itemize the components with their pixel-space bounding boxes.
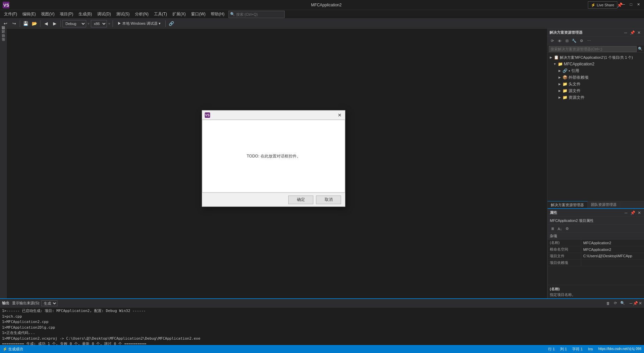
- properties-description: (名称) 指定项目名称。: [548, 285, 644, 298]
- build-status: ⚡ 生成成功: [3, 347, 23, 352]
- prop-desc-name: (名称): [550, 287, 642, 292]
- solution-explorer-toolbar: ⟳ 👁 ⊟ 🔧 ⚙ ⋯: [547, 37, 644, 45]
- search-solution-input[interactable]: [549, 46, 637, 52]
- menu-item-tools[interactable]: 工具(T): [151, 10, 170, 19]
- output-source-select: 显示输出来源(S): 生成 调试: [12, 300, 57, 306]
- properties-pin-button[interactable]: 📌: [630, 210, 636, 216]
- panel-pin-btn[interactable]: 📌: [633, 301, 638, 306]
- live-share-button[interactable]: ⚡ Live Share: [588, 1, 617, 9]
- modal-close-button[interactable]: ✕: [336, 112, 343, 118]
- title-bar: VS MFCApplication2 ⚡ Live Share 📌 ─ □ ✕: [0, 0, 644, 10]
- run-button[interactable]: ▶ 本地 Windows 调试器 ▾: [115, 20, 164, 27]
- prop-row-projfile[interactable]: 项目文件 C:\Users\赵\Desktop\MFCApp: [548, 253, 644, 260]
- panel-pin-button[interactable]: 📌: [629, 30, 635, 36]
- search-solution-box[interactable]: 🔍: [547, 45, 644, 53]
- source-files-icon: 📁: [562, 88, 568, 93]
- tree-solution-root[interactable]: ▶ 📋 解决方案'MFCApplication2'(1 个项目/共 1 个): [547, 54, 644, 61]
- save-button[interactable]: 💾: [22, 20, 30, 28]
- search-input[interactable]: [236, 12, 283, 16]
- prop-settings-btn[interactable]: ⚙: [564, 226, 571, 232]
- menu-item-build[interactable]: 生成(B): [76, 10, 95, 19]
- tab-team-explorer[interactable]: 团队资源管理器: [588, 201, 620, 208]
- dialog-ok-button[interactable]: 确定: [288, 196, 313, 204]
- nav-forward-button[interactable]: ▶: [51, 20, 59, 28]
- panel-close-button[interactable]: ✕: [636, 30, 642, 36]
- filter-btn[interactable]: ⚙: [578, 38, 585, 44]
- undo-button[interactable]: ↩: [1, 20, 9, 28]
- menu-bar: 文件(F) 编辑(E) 视图(V) 项目(P) 生成(B) 调试(D) 测试(S…: [0, 10, 644, 19]
- left-tab-errors[interactable]: 错误: [0, 38, 6, 42]
- left-tab-scm[interactable]: 源代码管理: [0, 30, 6, 34]
- menu-item-debug[interactable]: 调试(D): [95, 10, 114, 19]
- menu-item-test[interactable]: 测试(S): [114, 10, 132, 19]
- output-line-7: ========== 生成: 成功 1 个, 失败 0 个, 最新 0 个, 跳…: [2, 341, 642, 345]
- tree-project[interactable]: ▼ 📁 MFCApplication2: [547, 61, 644, 67]
- bottom-panel-header: 输出 显示输出来源(S): 生成 调试 🗑 ⟳ 🔍 ─ 📌 ✕: [0, 299, 644, 308]
- tab-solution-explorer[interactable]: 解决方案资源管理器: [547, 201, 588, 208]
- output-find-btn[interactable]: 🔍: [619, 300, 626, 307]
- minimize-button[interactable]: ─: [621, 1, 627, 7]
- project-label: MFCApplication2: [564, 62, 594, 66]
- prop-row-projdeps[interactable]: 项目依赖项: [548, 260, 644, 266]
- menu-item-edit[interactable]: 编辑(E): [20, 10, 38, 19]
- output-line-2: 1>pch.cpp: [2, 314, 642, 320]
- collapse-all-btn[interactable]: ⊟: [564, 38, 570, 44]
- close-button[interactable]: ✕: [635, 1, 641, 7]
- menu-item-file[interactable]: 文件(F): [1, 10, 20, 19]
- prop-row-namespace[interactable]: 根命名空间 MFCApplication2: [548, 246, 644, 253]
- show-all-btn[interactable]: 👁: [556, 38, 563, 44]
- modal-dialog[interactable]: VS ✕ TODO: 在此放置对话框控件。 确定 取消: [202, 110, 345, 207]
- window-controls: ─ □ ✕: [621, 1, 641, 7]
- prop-name-value: MFCApplication2: [581, 240, 644, 246]
- left-panel: 源代码管理 调试 错误 输出: [0, 29, 7, 298]
- panel-collapse-button[interactable]: ─: [623, 30, 629, 36]
- menu-item-project[interactable]: 项目(P): [57, 10, 76, 19]
- output-content: 1>------ 已启动生成: 项目: MFCApplication2, 配置:…: [0, 308, 644, 345]
- output-line-5: 1>正在生成代码...: [2, 330, 642, 336]
- panel-collapse-btn[interactable]: ─: [629, 301, 632, 306]
- tree-header-files[interactable]: ▶ 📁 头文件: [547, 81, 644, 87]
- left-tab-debug[interactable]: 调试: [0, 34, 6, 38]
- solution-label: 解决方案'MFCApplication2'(1 个项目/共 1 个): [560, 55, 633, 60]
- prop-row-name[interactable]: (名称) MFCApplication2: [548, 240, 644, 246]
- prop-category-btn[interactable]: ≣: [549, 226, 556, 232]
- status-bar: ⚡ 生成成功 行 1 列 1 字符 1 Ins https://bbs.csdn…: [0, 345, 644, 353]
- output-clear-btn[interactable]: 🗑: [605, 300, 611, 307]
- nav-back-button[interactable]: ◀: [42, 20, 50, 28]
- platform-select[interactable]: x86 x64: [91, 20, 107, 27]
- tree-resource-files[interactable]: ▶ 📁 资源文件: [547, 94, 644, 101]
- output-line-6: 1>MFCApplication2.vcxproj -> C:\Users\赵\…: [2, 336, 642, 342]
- output-line-3: 1>MFCApplication2.cpp: [2, 319, 642, 325]
- expand-ref-icon: ▶: [557, 68, 562, 73]
- external-deps-icon: 📦: [562, 75, 568, 80]
- output-line-1: 1>------ 已启动生成: 项目: MFCApplication2, 配置:…: [2, 308, 642, 314]
- menu-item-window[interactable]: 窗口(W): [188, 10, 208, 19]
- output-source-dropdown[interactable]: 生成 调试: [41, 300, 57, 306]
- menu-item-help[interactable]: 帮助(H): [208, 10, 227, 19]
- dialog-cancel-button[interactable]: 取消: [316, 196, 341, 204]
- sync-btn[interactable]: ⟳: [549, 38, 555, 44]
- redo-button[interactable]: ↪: [10, 20, 18, 28]
- properties-btn[interactable]: 🔧: [571, 38, 578, 44]
- resource-files-label: 资源文件: [569, 95, 585, 100]
- properties-collapse-button[interactable]: ─: [623, 210, 629, 216]
- menu-item-analyze[interactable]: 分析(N): [132, 10, 151, 19]
- attach-button[interactable]: 🔗: [167, 20, 175, 28]
- left-tab-output[interactable]: 输出: [0, 42, 6, 46]
- menu-item-extensions[interactable]: 扩展(X): [170, 10, 188, 19]
- header-files-icon: 📁: [562, 81, 568, 87]
- properties-close-button[interactable]: ✕: [636, 210, 642, 216]
- output-word-wrap-btn[interactable]: ⟳: [612, 300, 619, 307]
- prop-alpha-btn[interactable]: A↓: [556, 226, 563, 232]
- tree-references[interactable]: ▶ 🔗 ▪ 引用: [547, 67, 644, 74]
- tree-external-deps[interactable]: ▶ 📦 外部依赖项: [547, 74, 644, 81]
- search-solution-icon: 🔍: [638, 47, 643, 51]
- more-btn[interactable]: ⋯: [586, 38, 592, 44]
- menu-item-view[interactable]: 视图(V): [38, 10, 57, 19]
- panel-close-btn[interactable]: ✕: [639, 301, 642, 306]
- open-button[interactable]: 📂: [30, 20, 38, 28]
- config-select[interactable]: Debug Release: [62, 20, 86, 27]
- maximize-button[interactable]: □: [628, 1, 634, 7]
- tree-source-files[interactable]: ▶ 📁 源文件: [547, 87, 644, 94]
- search-box[interactable]: 🔍: [228, 11, 285, 18]
